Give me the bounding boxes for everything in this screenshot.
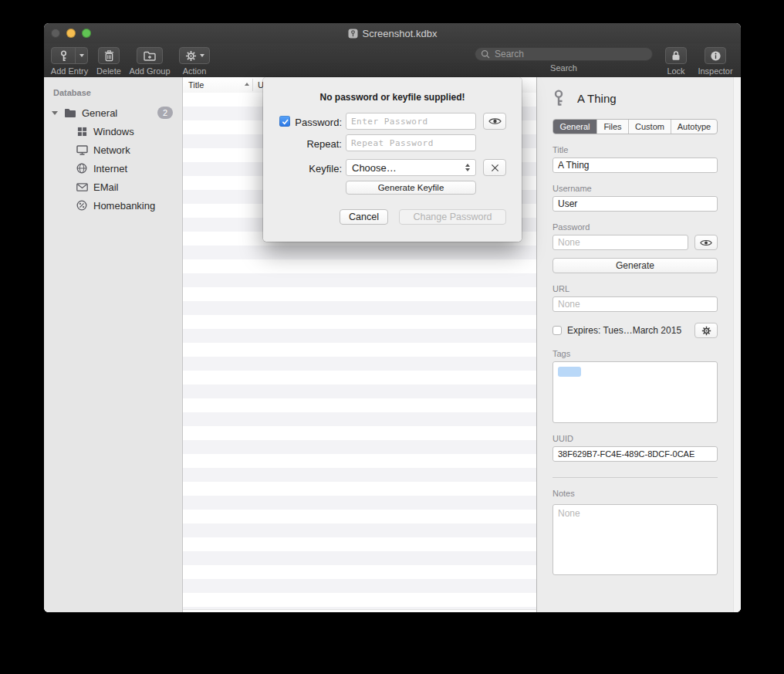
sort-ascending-icon bbox=[245, 83, 249, 86]
search-input[interactable] bbox=[493, 48, 647, 60]
dialog-keyfile-label: Keyfile: bbox=[279, 163, 342, 174]
sidebar-item-label: Internet bbox=[93, 163, 127, 174]
title-field[interactable] bbox=[553, 157, 718, 173]
close-x-icon bbox=[491, 164, 499, 172]
dialog-repeat-input[interactable] bbox=[346, 134, 476, 151]
stepper-icon bbox=[465, 164, 470, 171]
gear-icon bbox=[185, 50, 197, 62]
clear-keyfile-button[interactable] bbox=[483, 159, 506, 176]
monitor-icon bbox=[75, 145, 89, 155]
expires-row: Expires: Tues…March 2015 bbox=[553, 323, 718, 338]
lock-button[interactable]: Lock bbox=[659, 47, 693, 76]
inspector-tabs: General Files Custom Autotype bbox=[553, 119, 718, 134]
gear-icon bbox=[701, 326, 711, 336]
eye-icon bbox=[488, 117, 502, 126]
search-field[interactable] bbox=[475, 47, 653, 61]
sidebar-item-email[interactable]: EMail bbox=[44, 178, 182, 196]
action-dropdown-icon bbox=[200, 54, 204, 57]
traffic-lights bbox=[51, 29, 91, 38]
tags-field[interactable] bbox=[553, 361, 718, 423]
globe-icon bbox=[75, 163, 89, 174]
action-button[interactable]: Action bbox=[174, 47, 215, 76]
disclosure-triangle-icon[interactable] bbox=[52, 111, 58, 115]
percent-icon bbox=[75, 200, 89, 211]
sidebar-item-label: Homebanking bbox=[93, 200, 155, 212]
search-icon bbox=[481, 49, 490, 59]
notes-label: Notes bbox=[553, 489, 718, 498]
window-title: Screenshot.kdbx bbox=[363, 28, 438, 39]
window-title-area: Screenshot.kdbx bbox=[44, 23, 741, 43]
delete-label: Delete bbox=[92, 66, 126, 76]
column-divider[interactable] bbox=[252, 79, 253, 91]
sidebar-item-homebanking[interactable]: Homebanking bbox=[44, 196, 182, 215]
sidebar-item-network[interactable]: Network bbox=[44, 141, 182, 159]
add-entry-key-icon[interactable] bbox=[52, 48, 76, 63]
inspector-divider bbox=[553, 477, 718, 478]
generate-password-button[interactable]: Generate bbox=[553, 258, 718, 273]
group-label: General bbox=[82, 107, 117, 119]
tab-autotype[interactable]: Autotype bbox=[671, 120, 717, 134]
change-password-button[interactable]: Change Password bbox=[399, 209, 506, 225]
password-field[interactable] bbox=[553, 235, 688, 250]
uuid-field[interactable] bbox=[553, 446, 718, 462]
lock-icon bbox=[671, 50, 681, 61]
title-bar: Screenshot.kdbx bbox=[44, 23, 741, 43]
add-group-button[interactable]: Add Group bbox=[126, 47, 174, 76]
zoom-button[interactable] bbox=[82, 29, 91, 38]
close-button[interactable] bbox=[51, 29, 60, 38]
expires-label: Expires: Tues…March 2015 bbox=[567, 325, 689, 336]
notes-field[interactable] bbox=[553, 504, 718, 575]
keyfile-select-value: Choose… bbox=[352, 162, 397, 174]
dialog-reveal-password-button[interactable] bbox=[483, 113, 506, 130]
folder-icon bbox=[63, 108, 77, 118]
uuid-label: UUID bbox=[553, 434, 718, 443]
sidebar-item-label: Windows bbox=[93, 126, 134, 137]
add-group-label: Add Group bbox=[126, 66, 174, 76]
inspector-label: Inspector bbox=[694, 66, 737, 76]
sidebar-item-internet[interactable]: Internet bbox=[44, 159, 182, 178]
password-field-label: Password bbox=[553, 222, 718, 232]
entry-header: A Thing bbox=[553, 87, 718, 109]
tab-files[interactable]: Files bbox=[597, 120, 629, 134]
delete-button[interactable]: Delete bbox=[92, 47, 126, 76]
expires-settings-button[interactable] bbox=[694, 323, 718, 338]
windows-icon bbox=[75, 127, 89, 137]
entry-title: A Thing bbox=[577, 92, 617, 105]
document-icon bbox=[348, 29, 358, 39]
column-header-title[interactable]: Title bbox=[188, 80, 204, 90]
keyfile-select[interactable]: Choose… bbox=[346, 159, 476, 176]
dialog-message: No password or keyfile supplied! bbox=[263, 92, 522, 103]
sidebar-group-general[interactable]: General 2 bbox=[44, 103, 182, 122]
sidebar-section-header: Database bbox=[53, 88, 182, 97]
dialog-password-label: Password: bbox=[286, 117, 342, 128]
toolbar: Add Entry Delete Add Group bbox=[44, 43, 741, 78]
expires-checkbox[interactable] bbox=[553, 326, 562, 335]
add-entry-button[interactable]: Add Entry bbox=[47, 47, 92, 76]
title-field-label: Title bbox=[553, 145, 718, 154]
cancel-button[interactable]: Cancel bbox=[340, 209, 388, 225]
tab-custom[interactable]: Custom bbox=[629, 120, 671, 134]
dialog-password-input[interactable] bbox=[346, 113, 476, 130]
reveal-password-button[interactable] bbox=[694, 235, 718, 250]
change-password-dialog: No password or keyfile supplied! Passwor… bbox=[263, 77, 522, 242]
app-window: Screenshot.kdbx Add Entry Delete bbox=[44, 23, 741, 612]
action-label: Action bbox=[174, 66, 215, 76]
tags-label: Tags bbox=[553, 349, 718, 358]
url-field[interactable] bbox=[553, 296, 718, 312]
inspector-button[interactable]: Inspector bbox=[694, 47, 737, 76]
generate-keyfile-button[interactable]: Generate Keyfile bbox=[346, 181, 476, 195]
eye-icon bbox=[700, 239, 712, 247]
url-field-label: URL bbox=[553, 284, 718, 293]
tag-chip[interactable] bbox=[558, 367, 581, 377]
scrollbar-track[interactable] bbox=[733, 77, 741, 612]
group-count-badge: 2 bbox=[157, 107, 173, 119]
lock-label: Lock bbox=[659, 66, 693, 76]
sidebar-item-windows[interactable]: Windows bbox=[44, 122, 182, 141]
username-field[interactable] bbox=[553, 196, 718, 212]
add-entry-dropdown-icon[interactable] bbox=[76, 48, 87, 63]
sidebar: Database General 2 Windows Network bbox=[44, 77, 183, 612]
trash-icon bbox=[104, 50, 114, 62]
tab-general[interactable]: General bbox=[553, 120, 597, 134]
dialog-repeat-label: Repeat: bbox=[279, 138, 342, 150]
minimize-button[interactable] bbox=[66, 29, 76, 38]
